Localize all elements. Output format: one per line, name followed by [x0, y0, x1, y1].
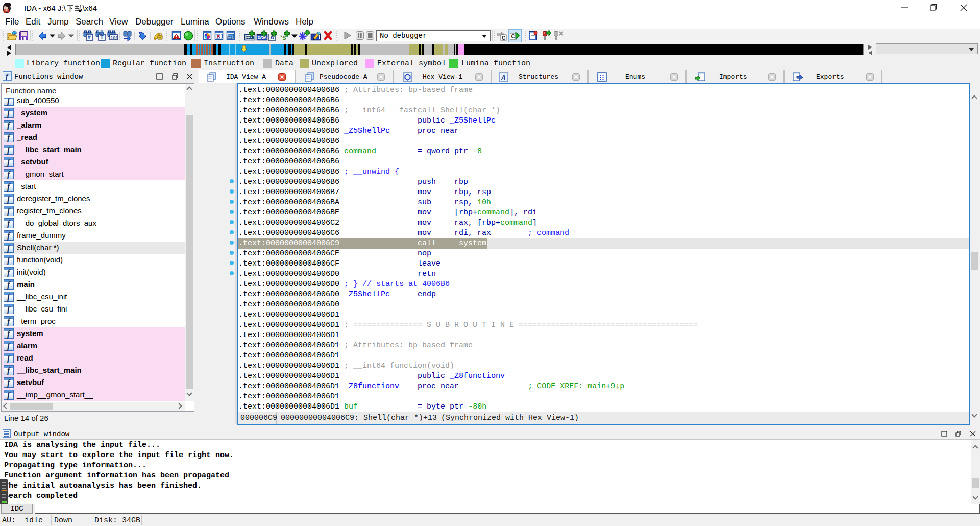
svg-text:64: 64: [3, 8, 10, 13]
svg-text:#: #: [88, 34, 91, 40]
svg-text:A: A: [501, 74, 506, 81]
svg-text:101: 101: [111, 35, 118, 40]
svg-text:T: T: [100, 34, 104, 40]
svg-text:C: C: [502, 35, 505, 41]
svg-text:R: R: [217, 34, 220, 39]
svg-text:C: C: [511, 33, 516, 39]
svg-text:DATA: DATA: [258, 35, 267, 40]
svg-text:CODE: CODE: [246, 35, 255, 40]
